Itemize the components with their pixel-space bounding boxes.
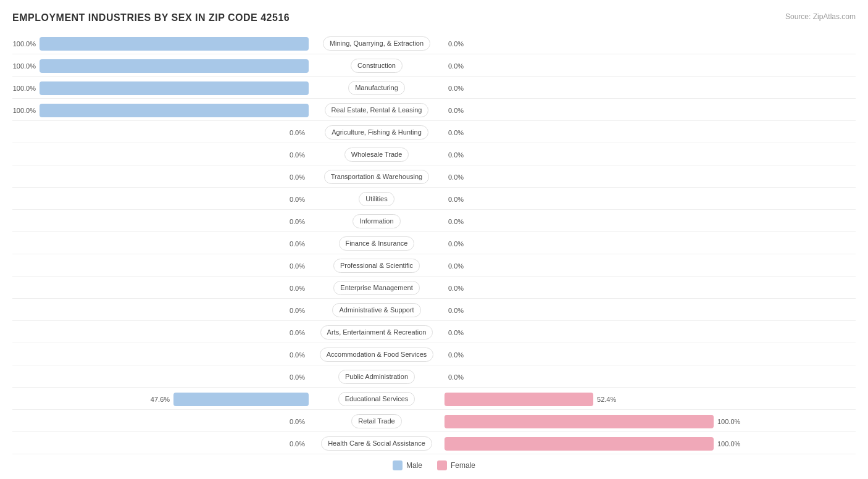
- male-pct-label: 0.0%: [282, 440, 305, 448]
- industry-label-area: Agriculture, Fishing & Hunting: [309, 125, 444, 139]
- chart-row: 0.0% Wholesale Trade 0.0%: [12, 144, 856, 165]
- left-bar-area: 0.0%: [12, 348, 309, 362]
- right-bar-area: 0.0%: [444, 193, 741, 206]
- female-pct-label: 0.0%: [448, 307, 472, 314]
- left-bar-area: 0.0%: [12, 281, 309, 295]
- chart-row: 0.0% Professional & Scientific 0.0%: [12, 256, 856, 277]
- industry-label: Retail Trade: [351, 414, 401, 428]
- female-bar: [444, 437, 714, 451]
- female-pct-label: 0.0%: [448, 285, 472, 292]
- chart-row: 0.0% Transportation & Warehousing 0.0%: [12, 167, 856, 188]
- male-pct-label: 100.0%: [12, 62, 36, 70]
- left-bar-area: 0.0%: [12, 259, 309, 273]
- industry-label: Public Administration: [338, 370, 415, 383]
- male-pct-label: 47.6%: [146, 396, 170, 403]
- male-bar: [40, 37, 309, 51]
- industry-label: Real Estate, Rental & Leasing: [325, 103, 429, 117]
- male-pct-label: 100.0%: [12, 40, 36, 48]
- chart-row: 100.0% Construction 0.0%: [12, 56, 856, 77]
- male-bar: [40, 104, 309, 117]
- left-bar-area: 0.0%: [12, 215, 309, 228]
- male-pct-label: 0.0%: [282, 196, 305, 203]
- industry-label: Information: [353, 214, 400, 228]
- right-bar-area: 0.0%: [444, 281, 741, 295]
- male-pct-label: 0.0%: [282, 173, 305, 181]
- chart-title: EMPLOYMENT INDUSTRIES BY SEX IN ZIP CODE…: [12, 12, 290, 23]
- left-bar-area: 0.0%: [12, 170, 309, 184]
- male-pct-label: 0.0%: [282, 218, 305, 225]
- industry-label-area: Public Administration: [309, 370, 444, 383]
- male-pct-label: 0.0%: [282, 418, 305, 425]
- industry-label: Agriculture, Fishing & Hunting: [325, 125, 428, 139]
- left-bar-area: 0.0%: [12, 437, 309, 451]
- industry-label: Wholesale Trade: [344, 148, 409, 161]
- industry-label-area: Educational Services: [309, 392, 444, 406]
- female-pct-label: 52.4%: [597, 396, 620, 403]
- industry-label-area: Utilities: [309, 192, 444, 206]
- female-pct-label: 0.0%: [448, 40, 472, 48]
- industry-label: Manufacturing: [348, 81, 405, 94]
- right-bar-area: 100.0%: [444, 415, 741, 428]
- female-pct-label: 100.0%: [717, 440, 741, 448]
- female-bar: [444, 415, 714, 428]
- legend-female-label: Female: [451, 461, 475, 470]
- chart-row: 0.0% Health Care & Social Assistance 100…: [12, 433, 856, 454]
- legend-male-label: Male: [406, 461, 422, 470]
- industry-label-area: Arts, Entertainment & Recreation: [309, 325, 444, 339]
- left-bar-area: 0.0%: [12, 370, 309, 384]
- male-pct-label: 0.0%: [282, 351, 305, 359]
- right-bar-area: 0.0%: [444, 37, 741, 51]
- right-bar-area: 0.0%: [444, 215, 741, 228]
- industry-label: Administrative & Support: [332, 303, 420, 317]
- source-label: Source: ZipAtlas.com: [785, 12, 856, 21]
- female-pct-label: 0.0%: [448, 62, 472, 70]
- male-bar: [40, 59, 309, 73]
- right-bar-area: 0.0%: [444, 126, 741, 140]
- female-pct-label: 0.0%: [448, 196, 472, 203]
- industry-label-area: Professional & Scientific: [309, 259, 444, 272]
- female-pct-label: 0.0%: [448, 85, 472, 92]
- industry-label-area: Manufacturing: [309, 81, 444, 94]
- right-bar-area: 0.0%: [444, 370, 741, 384]
- female-pct-label: 0.0%: [448, 218, 472, 225]
- left-bar-area: 100.0%: [12, 37, 309, 51]
- right-bar-area: 100.0%: [444, 437, 741, 451]
- industry-label: Professional & Scientific: [333, 259, 420, 272]
- left-bar-area: 0.0%: [12, 237, 309, 251]
- chart-row: 0.0% Retail Trade 100.0%: [12, 411, 856, 432]
- right-bar-area: 52.4%: [444, 393, 741, 406]
- right-bar-area: 0.0%: [444, 170, 741, 184]
- male-pct-label: 0.0%: [282, 329, 305, 336]
- left-bar-area: 100.0%: [12, 59, 309, 73]
- industry-label-area: Enterprise Management: [309, 281, 444, 294]
- male-bar: [173, 393, 309, 406]
- industry-label: Accommodation & Food Services: [320, 348, 434, 361]
- chart-row: 0.0% Finance & Insurance 0.0%: [12, 233, 856, 254]
- left-bar-area: 100.0%: [12, 81, 309, 95]
- female-pct-label: 100.0%: [717, 418, 741, 425]
- industry-label-area: Administrative & Support: [309, 303, 444, 317]
- male-pct-label: 0.0%: [282, 129, 305, 136]
- industry-label: Utilities: [359, 192, 394, 206]
- industry-label: Mining, Quarrying, & Extraction: [323, 36, 430, 50]
- chart-row: 0.0% Utilities 0.0%: [12, 189, 856, 210]
- left-bar-area: 0.0%: [12, 326, 309, 339]
- left-bar-area: 47.6%: [12, 393, 309, 406]
- female-pct-label: 0.0%: [448, 107, 472, 114]
- right-bar-area: 0.0%: [444, 237, 741, 251]
- chart-row: 0.0% Agriculture, Fishing & Hunting 0.0%: [12, 122, 856, 143]
- industry-label: Enterprise Management: [333, 281, 419, 294]
- male-pct-label: 0.0%: [282, 262, 305, 270]
- female-pct-label: 0.0%: [448, 351, 472, 359]
- chart-row: 100.0% Manufacturing 0.0%: [12, 78, 856, 99]
- chart-row: 100.0% Mining, Quarrying, & Extraction 0…: [12, 33, 856, 54]
- male-pct-label: 0.0%: [282, 307, 305, 314]
- legend-male-box: [393, 460, 403, 470]
- male-pct-label: 0.0%: [282, 151, 305, 159]
- industry-label: Finance & Insurance: [339, 236, 415, 250]
- male-bar: [40, 81, 309, 95]
- left-bar-area: 0.0%: [12, 415, 309, 428]
- industry-label-area: Wholesale Trade: [309, 148, 444, 161]
- left-bar-area: 100.0%: [12, 104, 309, 117]
- male-pct-label: 100.0%: [12, 107, 36, 114]
